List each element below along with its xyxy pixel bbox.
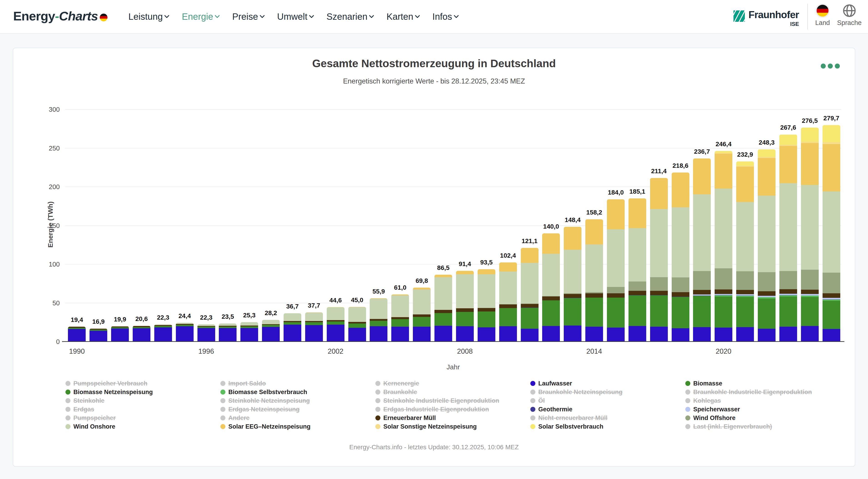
segment-laufwasser: [564, 326, 582, 342]
nav-item-energie[interactable]: Energie: [182, 11, 219, 22]
bar-1992[interactable]: [111, 326, 129, 342]
legend-item-biomasse-netzeinspeisung[interactable]: Biomasse Netzeinspeisung: [65, 388, 220, 397]
legend-dot-icon: [65, 381, 70, 386]
bar-1995[interactable]: [176, 323, 194, 342]
bar-1993[interactable]: [133, 326, 150, 342]
bar-2005[interactable]: [391, 295, 409, 342]
segment-erneuerbarer-m-ll: [542, 297, 560, 300]
bar-2013[interactable]: [564, 227, 582, 342]
legend-item-erdgas-netzeinspeisung[interactable]: Erdgas Netzeinspeisung: [220, 405, 375, 414]
chevron-down-icon: [454, 13, 459, 18]
bar-1991[interactable]: [90, 329, 107, 342]
legend-item-wind-onshore[interactable]: Wind Onshore: [65, 422, 220, 431]
bar-2010[interactable]: [499, 263, 517, 342]
legend-dot-icon: [375, 389, 380, 395]
legend-dot-icon: [375, 398, 380, 403]
nav-item-karten[interactable]: Karten: [386, 11, 419, 22]
country-selector[interactable]: Land: [809, 4, 836, 27]
segment-laufwasser: [693, 327, 711, 342]
bar-1998[interactable]: [240, 322, 258, 342]
y-tick-50: 50: [35, 300, 60, 307]
legend-item-steinkohle[interactable]: Steinkohle: [65, 397, 220, 405]
bar-2011[interactable]: [521, 248, 538, 342]
legend-item-kernenergie[interactable]: Kernenergie: [375, 379, 530, 388]
legend-item-öl[interactable]: Öl: [530, 397, 685, 405]
legend-item-pumpspeicher-verbrauch[interactable]: Pumpspeicher Verbrauch: [65, 379, 220, 388]
legend-item-nicht-erneuerbarer-müll[interactable]: Nicht-erneuerbarer Müll: [530, 414, 685, 422]
bar-2006[interactable]: [413, 287, 431, 342]
segment-wind-offshore: [607, 287, 625, 293]
legend-item-speicherwasser[interactable]: Speicherwasser: [685, 405, 840, 414]
bar-2001[interactable]: [305, 312, 323, 342]
bar-1990[interactable]: [68, 327, 86, 342]
legend-item-geothermie[interactable]: Geothermie: [530, 405, 685, 414]
legend-item-braunkohle-industrielle-eigenproduktion[interactable]: Braunkohle Industrielle Eigenproduktion: [685, 388, 840, 397]
legend-item-last-inkl-eigenverbrauch-[interactable]: Last (inkl. Eigenverbrauch): [685, 422, 840, 431]
segment-biomasse-netzeinspeisung: [542, 300, 560, 326]
bar-2000[interactable]: [284, 313, 301, 342]
legend-item-andere[interactable]: Andere: [220, 414, 375, 422]
legend-item-wind-offshore[interactable]: Wind Offshore: [685, 414, 840, 422]
bar-2003[interactable]: [348, 307, 366, 342]
bar-1996[interactable]: [197, 324, 215, 342]
fraunhofer-ise-logo[interactable]: Fraunhofer ISE: [734, 9, 799, 27]
legend-item-laufwasser[interactable]: Laufwasser: [530, 379, 685, 388]
segment-erneuerbarer-m-ll: [348, 322, 366, 323]
bar-2016[interactable]: [628, 198, 646, 342]
energy-charts-logo[interactable]: Energy-Charts: [13, 9, 107, 23]
segment-biomasse-netzeinspeisung: [219, 327, 237, 328]
nav-item-szenarien[interactable]: Szenarien: [327, 11, 373, 22]
bar-2012[interactable]: [542, 233, 560, 342]
bar-2025[interactable]: [823, 125, 840, 342]
bar-2018[interactable]: [672, 173, 689, 342]
segment-wind-onshore: [779, 183, 797, 271]
bar-2019[interactable]: [693, 159, 711, 342]
bar-1999[interactable]: [262, 320, 280, 342]
nav-item-umwelt[interactable]: Umwelt: [277, 11, 313, 22]
bar-2007[interactable]: [434, 275, 452, 342]
bar-2002[interactable]: [327, 307, 344, 342]
bar-2008[interactable]: [456, 271, 474, 342]
bar-1997[interactable]: [219, 323, 237, 342]
legend-item-solar-selbstverbrauch[interactable]: Solar Selbstverbrauch: [530, 422, 685, 431]
segment-biomasse-netzeinspeisung: [521, 308, 538, 329]
bar-2021[interactable]: [736, 162, 754, 342]
bar-2022[interactable]: [758, 149, 776, 342]
legend-item-erdgas[interactable]: Erdgas: [65, 405, 220, 414]
legend-item-solar-eeg-netzeinspeisung[interactable]: Solar EEG–Netzeinspeisung: [220, 422, 375, 431]
nav-item-leistung[interactable]: Leistung: [128, 11, 168, 22]
legend-item-kohlegas[interactable]: Kohlegas: [685, 397, 840, 405]
legend-item-steinkohle-netzeinspeisung[interactable]: Steinkohle Netzeinspeisung: [220, 397, 375, 405]
bar-2024[interactable]: [801, 128, 819, 342]
segment-solar-eeg-netzeinspeisung: [650, 178, 668, 209]
bar-value-1994: 22,3: [157, 314, 169, 321]
legend-item-biomasse-selbstverbrauch[interactable]: Biomasse Selbstverbrauch: [220, 388, 375, 397]
bar-2015[interactable]: [607, 199, 625, 342]
bar-2017[interactable]: [650, 178, 668, 342]
legend-item-erdgas-industrielle-eigenproduktion[interactable]: Erdgas Industrielle Eigenproduktion: [375, 405, 530, 414]
legend-label: Steinkohle Netzeinspeisung: [228, 397, 310, 404]
legend-item-steinkohle-industrielle-eigenproduktion[interactable]: Steinkohle Industrielle Eigenproduktion: [375, 397, 530, 405]
bar-2023[interactable]: [779, 134, 797, 342]
legend-item-biomasse[interactable]: Biomasse: [685, 379, 840, 388]
bar-2009[interactable]: [477, 269, 495, 342]
bar-2014[interactable]: [585, 219, 603, 342]
bar-value-2019: 236,7: [694, 148, 710, 155]
segment-laufwasser: [607, 328, 625, 342]
nav-item-preise[interactable]: Preise: [232, 11, 264, 22]
legend-item-braunkohle-netzeinspeisung[interactable]: Braunkohle Netzeinspeisung: [530, 388, 685, 397]
legend-item-erneuerbarer-müll[interactable]: Erneuerbarer Müll: [375, 414, 530, 422]
segment-laufwasser: [779, 327, 797, 342]
legend-item-solar-sonstige-netzeinspeisung[interactable]: Solar Sonstige Netzeinspeisung: [375, 422, 530, 431]
bar-2020[interactable]: [715, 151, 732, 342]
segment-laufwasser: [650, 327, 668, 342]
fraunhofer-ise-label: ISE: [790, 21, 799, 27]
legend-item-pumpspeicher[interactable]: Pumpspeicher: [65, 414, 220, 422]
segment-solar-eeg-netzeinspeisung: [434, 275, 452, 277]
nav-item-infos[interactable]: Infos: [432, 11, 458, 22]
bar-1994[interactable]: [154, 324, 172, 342]
legend-item-import-saldo[interactable]: Import Saldo: [220, 379, 375, 388]
bar-2004[interactable]: [370, 298, 388, 342]
legend-item-braunkohle[interactable]: Braunkohle: [375, 388, 530, 397]
language-selector[interactable]: Sprache: [836, 4, 863, 27]
